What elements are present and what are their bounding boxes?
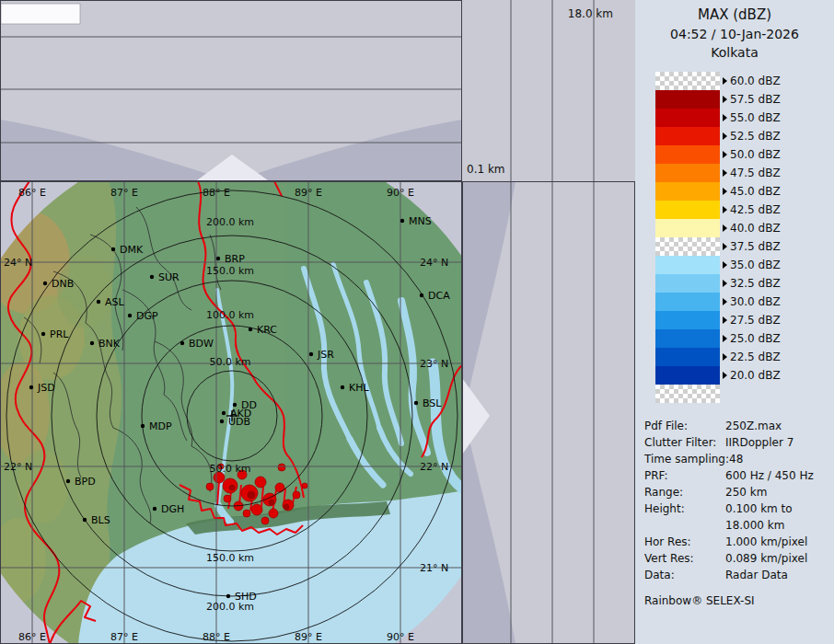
legend-panel: MAX (dBZ) 04:52 / 10-Jan-2026 Kolkata 60…: [635, 0, 834, 644]
info-row: PRF:600 Hz / 450 Hz: [644, 467, 834, 484]
station-label: KRC: [257, 324, 277, 336]
station-marker: [111, 247, 115, 251]
station-marker: [220, 420, 224, 423]
scale-entry: 42.5 dBZ: [655, 201, 834, 219]
station-marker: [216, 257, 220, 260]
scale-label: 20.0 dBZ: [730, 369, 781, 382]
scale-entry: 25.0 dBZ: [655, 329, 834, 348]
station-marker: [233, 403, 237, 407]
scale-entry: 60.0 dBZ: [655, 72, 834, 90]
station-label: PRL: [50, 328, 69, 340]
info-value: 250Z.max: [725, 418, 830, 434]
scale-label: 47.5 dBZ: [730, 167, 781, 179]
station-label: JSD: [37, 382, 55, 394]
product-datetime: 04:52 / 10-Jan-2026: [635, 27, 834, 41]
station-marker: [400, 219, 404, 223]
scale-entry: 27.5 dBZ: [655, 311, 834, 329]
scale-swatch: [655, 72, 720, 90]
range-ring-label: 100.0 km: [206, 309, 254, 321]
latitude-label: 24° N: [420, 257, 448, 269]
scale-swatch: [655, 311, 720, 329]
longitude-label: 90° E: [387, 187, 414, 199]
radar-display: { "profile": { "height_max_label": "18.0…: [0, 0, 834, 644]
longitude-label: 88° E: [203, 187, 230, 199]
station-label: BSL: [423, 397, 442, 409]
station-marker: [309, 352, 313, 356]
scale-entry: 35.0 dBZ: [655, 256, 834, 274]
scale-label: 32.5 dBZ: [730, 277, 781, 290]
scale-entry: 52.5 dBZ: [655, 127, 834, 145]
latitude-label: 24° N: [4, 257, 32, 269]
scale-tick-icon: [723, 96, 727, 103]
info-value: 0.100 km to 18.000 km: [725, 500, 830, 534]
scale-swatch: [655, 256, 720, 274]
station-label: KHL: [349, 382, 369, 394]
station-label: BPD: [75, 476, 96, 488]
scale-label: 57.5 dBZ: [730, 93, 781, 106]
station-label: SUR: [158, 271, 180, 283]
scale-label: 45.0 dBZ: [730, 185, 781, 198]
scale-tick-icon: [723, 169, 727, 177]
longitude-label: 89° E: [295, 631, 322, 643]
station-label: DGH: [161, 503, 184, 515]
station-marker: [43, 282, 47, 285]
station-label: MNS: [409, 215, 432, 227]
scale-tick-icon: [723, 224, 727, 232]
scale-entry: 50.0 dBZ: [655, 145, 834, 164]
scale-label: 25.0 dBZ: [730, 332, 781, 345]
ns-height-profile-panel: [462, 181, 635, 644]
longitude-label: 87° E: [110, 631, 138, 643]
station-marker: [150, 275, 154, 279]
scale-swatch: [655, 219, 720, 237]
station-label: DMK: [120, 244, 144, 256]
product-info-list: Pdf File:250Z.maxClutter Filter:IIRDoppl…: [644, 418, 834, 583]
info-value: Radar Data: [725, 567, 830, 583]
ew-height-profile-panel: [0, 0, 462, 181]
radar-map-panel: 86° E86° E87° E87° E88° E88° E89° E89° E…: [0, 181, 462, 644]
scale-tick-icon: [723, 206, 727, 213]
corner-gridlines: [462, 0, 635, 181]
scale-swatch: [655, 182, 720, 201]
scale-swatch: [655, 164, 720, 182]
scale-tick-icon: [723, 77, 727, 85]
scale-label: 55.0 dBZ: [730, 111, 781, 124]
scale-label: 27.5 dBZ: [730, 314, 781, 327]
range-ring-label: 200.0 km: [206, 216, 254, 228]
info-label: Pdf File:: [644, 418, 725, 434]
longitude-label: 86° E: [18, 187, 46, 199]
station-marker: [41, 332, 45, 336]
scale-tick-icon: [723, 316, 727, 324]
info-label: Hor Res:: [644, 534, 725, 550]
longitude-label: 86° E: [18, 631, 46, 643]
scale-tick-icon: [723, 114, 727, 121]
station-marker: [414, 401, 418, 405]
scale-swatch: [655, 385, 720, 403]
scale-swatch: [655, 145, 720, 164]
info-value: 0.089 km/pixel: [725, 550, 830, 567]
scale-swatch: [655, 366, 720, 385]
info-row: Pdf File:250Z.max: [644, 418, 834, 434]
station-label: UDB: [228, 416, 250, 428]
scale-swatch: [655, 237, 720, 256]
station-marker: [420, 293, 423, 297]
info-row: Time sampling:48: [644, 451, 834, 467]
height-axis-max-label: 18.0 km: [568, 7, 613, 20]
scale-entry: [655, 385, 834, 403]
scale-swatch: [655, 201, 720, 219]
station-marker: [249, 328, 252, 331]
scale-tick-icon: [723, 372, 727, 379]
scale-label: 37.5 dBZ: [730, 240, 781, 253]
station-marker: [153, 507, 156, 511]
station-marker: [97, 300, 100, 304]
scale-entry: 32.5 dBZ: [655, 274, 834, 293]
range-ring-label: 50.0 km: [209, 356, 250, 368]
station-marker: [341, 385, 344, 389]
latitude-label: 23° N: [420, 358, 448, 370]
info-value: IIRDoppler 7: [725, 434, 830, 451]
scale-tick-icon: [723, 353, 727, 361]
range-ring-label: 50.0 km: [209, 463, 250, 475]
range-ring-label: 150.0 km: [206, 265, 254, 277]
scale-entry: 55.0 dBZ: [655, 109, 834, 127]
ns-height-profile-graphic: [462, 181, 635, 644]
scale-tick-icon: [723, 280, 727, 287]
